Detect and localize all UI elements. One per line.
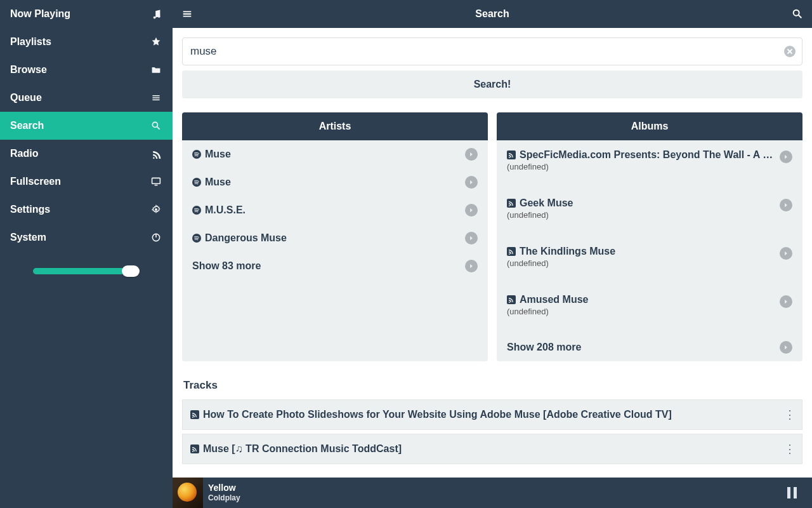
track-name: Muse [♫ TR Connection Music ToddCast] — [203, 443, 402, 455]
sidebar-item-fullscreen[interactable]: Fullscreen — [0, 168, 173, 196]
volume-slider[interactable] — [33, 265, 140, 276]
chevron-right-icon — [465, 204, 478, 217]
clear-icon[interactable] — [783, 45, 796, 58]
sidebar-item-playlists[interactable]: Playlists — [0, 28, 173, 56]
album-sub: (undefined) — [507, 210, 773, 220]
chevron-right-icon — [780, 150, 792, 163]
album-sub: (undefined) — [507, 258, 773, 268]
kebab-icon[interactable]: ⋮ — [784, 443, 796, 455]
albums-show-more[interactable]: Show 208 more — [497, 333, 802, 361]
search-icon — [151, 121, 162, 131]
sidebar-item-label: System — [10, 232, 46, 243]
main-content: Search! Artists MuseMuseM.U.S.E.Dangerou… — [173, 28, 812, 478]
artists-panel: Artists MuseMuseM.U.S.E.Dangerous MuseSh… — [182, 112, 488, 361]
album-row[interactable]: SpecFicMedia.com Presents: Beyond The Wa… — [497, 140, 802, 189]
artist-row[interactable]: M.U.S.E. — [182, 196, 488, 224]
artist-name: Muse — [205, 177, 231, 188]
artist-row[interactable]: Muse — [182, 140, 488, 168]
chevron-right-icon — [465, 176, 478, 189]
albums-header: Albums — [497, 112, 802, 140]
album-row[interactable]: Amused Muse(undefined) — [497, 285, 802, 333]
folder-icon — [151, 65, 162, 75]
rss-icon — [507, 295, 516, 304]
spotify-icon — [192, 234, 201, 243]
album-name: The Kindlings Muse — [520, 246, 615, 257]
kebab-icon[interactable]: ⋮ — [784, 409, 796, 420]
rss-icon — [507, 247, 516, 256]
sidebar-item-browse[interactable]: Browse — [0, 56, 173, 84]
power-icon — [151, 232, 162, 243]
chevron-right-icon — [465, 260, 478, 272]
star-icon — [151, 37, 162, 47]
music-icon — [151, 9, 162, 19]
album-name: Geek Muse — [520, 197, 573, 209]
artist-name: Muse — [205, 149, 231, 160]
chevron-right-icon — [465, 232, 478, 244]
now-playing-artist: Coldplay — [208, 493, 240, 502]
chevron-right-icon — [780, 247, 792, 260]
artist-name: Dangerous Muse — [205, 232, 287, 244]
tracks-header: Tracks — [183, 379, 802, 392]
sidebar-item-label: Radio — [10, 148, 38, 159]
sidebar-item-queue[interactable]: Queue — [0, 84, 173, 112]
search-button[interactable]: Search! — [182, 70, 802, 98]
rss-icon — [151, 149, 162, 159]
pause-button[interactable] — [785, 485, 799, 500]
chevron-right-icon — [780, 295, 792, 308]
album-name: Amused Muse — [520, 294, 588, 305]
sidebar-item-system[interactable]: System — [0, 224, 173, 251]
sidebar: Now PlayingPlaylistsBrowseQueueSearchRad… — [0, 0, 173, 508]
sidebar-item-label: Playlists — [10, 36, 51, 48]
now-playing-bar: Yellow Coldplay — [173, 478, 812, 508]
artists-header: Artists — [182, 112, 488, 140]
list-icon — [151, 93, 162, 103]
sidebar-item-label: Search — [10, 120, 44, 131]
track-row[interactable]: How To Create Photo Slideshows for Your … — [182, 399, 802, 430]
monitor-icon — [151, 177, 162, 187]
album-art[interactable] — [173, 478, 203, 508]
album-name: SpecFicMedia.com Presents: Beyond The Wa… — [520, 149, 773, 161]
chevron-right-icon — [780, 341, 792, 354]
rss-icon — [507, 199, 516, 208]
search-icon[interactable] — [792, 8, 803, 20]
artist-name: M.U.S.E. — [205, 204, 246, 216]
rss-icon — [190, 444, 199, 453]
artists-show-more[interactable]: Show 83 more — [182, 252, 488, 280]
sidebar-item-label: Queue — [10, 92, 42, 104]
track-name: How To Create Photo Slideshows for Your … — [203, 409, 672, 420]
track-row[interactable]: Muse [♫ TR Connection Music ToddCast]⋮ — [182, 434, 802, 464]
albums-panel: Albums SpecFicMedia.com Presents: Beyond… — [497, 112, 802, 361]
chevron-right-icon — [780, 199, 792, 211]
spotify-icon — [192, 206, 201, 215]
artist-row[interactable]: Dangerous Muse — [182, 224, 488, 252]
search-input[interactable] — [182, 37, 802, 65]
sidebar-item-label: Browse — [10, 64, 47, 76]
album-row[interactable]: Geek Muse(undefined) — [497, 189, 802, 237]
rss-icon — [507, 150, 516, 159]
album-row[interactable]: The Kindlings Muse(undefined) — [497, 237, 802, 285]
sidebar-item-settings[interactable]: Settings — [0, 196, 173, 224]
artist-row[interactable]: Muse — [182, 168, 488, 196]
album-sub: (undefined) — [507, 307, 773, 316]
topbar: Search — [173, 0, 812, 28]
sidebar-item-label: Settings — [10, 204, 50, 215]
page-title: Search — [475, 8, 509, 20]
spotify-icon — [192, 150, 201, 159]
gear-icon — [151, 204, 162, 215]
rss-icon — [190, 410, 199, 419]
now-playing-title: Yellow — [208, 483, 240, 493]
spotify-icon — [192, 178, 201, 187]
chevron-right-icon — [465, 148, 478, 161]
album-sub: (undefined) — [507, 162, 773, 171]
sidebar-item-label: Now Playing — [10, 8, 70, 20]
sidebar-item-now-playing[interactable]: Now Playing — [0, 0, 173, 28]
sidebar-item-radio[interactable]: Radio — [0, 140, 173, 168]
sidebar-item-label: Fullscreen — [10, 176, 61, 187]
sidebar-item-search[interactable]: Search — [0, 112, 173, 140]
menu-icon[interactable] — [181, 8, 193, 20]
